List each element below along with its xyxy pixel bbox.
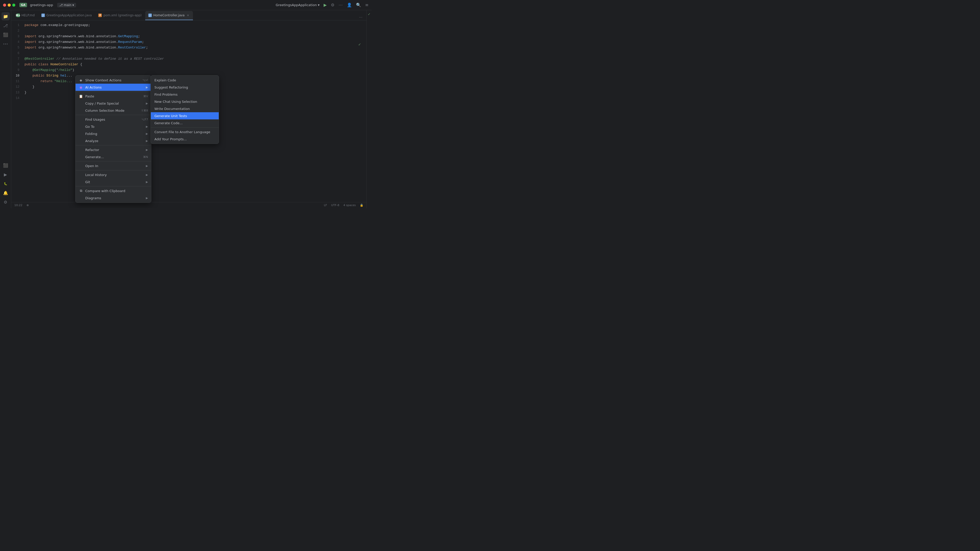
tab-help[interactable]: M+ HELP.md bbox=[13, 11, 38, 20]
code-line-8: public class HomeController { bbox=[22, 62, 366, 67]
menu-item-copy-paste[interactable]: Copy / Paste Special ▶ bbox=[76, 100, 151, 107]
line-num-9: 9 bbox=[11, 67, 19, 73]
find-usages-shortcut: ⌥F7 bbox=[142, 118, 148, 121]
more-icon[interactable]: ⋯ bbox=[339, 3, 343, 7]
branch-badge[interactable]: ⎇ main ▾ bbox=[57, 3, 76, 7]
code-line-4: import org.springframework.web.bind.anno… bbox=[22, 39, 366, 45]
submenu-item-suggest-refactoring[interactable]: Suggest Refactoring bbox=[151, 84, 219, 91]
search-icon[interactable]: 🔍 bbox=[356, 3, 361, 7]
readonly-icon[interactable]: 🔒 bbox=[360, 203, 363, 207]
tab-icon-help: M+ bbox=[16, 14, 20, 17]
submenu-item-write-docs[interactable]: Write Documentation bbox=[151, 105, 219, 112]
close-button[interactable] bbox=[3, 3, 6, 6]
sidebar-item-terminal[interactable]: ⬛ bbox=[2, 161, 10, 169]
chevron-down-icon: ▾ bbox=[73, 3, 74, 7]
settings-icon[interactable]: ⚙ bbox=[331, 3, 334, 7]
menu-item-folding[interactable]: Folding ▶ bbox=[76, 130, 151, 137]
generate-shortcut: ⌘N bbox=[143, 156, 148, 159]
user-icon[interactable]: 👤 bbox=[347, 3, 352, 7]
submenu-item-convert-file[interactable]: Convert File to Another Language bbox=[151, 128, 219, 135]
sidebar-item-folder[interactable]: 📁 bbox=[2, 12, 10, 21]
menu-item-find-usages[interactable]: Find Usages ⌥F7 bbox=[76, 116, 151, 123]
gutter-check: ✓ bbox=[358, 42, 361, 48]
charset[interactable]: UTF-8 bbox=[331, 203, 339, 207]
menu-item-diagrams[interactable]: Diagrams ▶ bbox=[76, 194, 151, 202]
indent[interactable]: 4 spaces bbox=[344, 203, 356, 207]
tab-close-home[interactable]: ✕ bbox=[186, 14, 190, 17]
write-docs-label: Write Documentation bbox=[154, 107, 215, 111]
titlebar-right: GreetingsAppApplication ▾ ▶ ⚙ ⋯ 👤 🔍 ≡ bbox=[275, 3, 369, 7]
menu-item-analyze[interactable]: Analyze ▶ bbox=[76, 137, 151, 144]
submenu-item-add-prompts[interactable]: Add Your Prompts... bbox=[151, 135, 219, 143]
menu-item-generate[interactable]: Generate... ⌘N bbox=[76, 153, 151, 160]
sidebar-item-plugins[interactable]: ⬛ bbox=[2, 30, 10, 39]
tab-home[interactable]: J HomeController.java ✕ bbox=[145, 11, 193, 20]
titlebar-left: GA greetings-app ⎇ main ▾ bbox=[3, 3, 76, 7]
menu-item-go-to[interactable]: Go To ▶ bbox=[76, 123, 151, 130]
encoding-icon[interactable]: ⊕ bbox=[27, 203, 29, 207]
code-line-7: @RestController // Annotation needed to … bbox=[22, 56, 366, 62]
line-ending[interactable]: LF bbox=[324, 203, 327, 207]
menu-item-column-selection[interactable]: Column Selection Mode ⇧⌘8 bbox=[76, 107, 151, 114]
sidebar-item-more[interactable]: ••• bbox=[2, 40, 10, 48]
menu-item-compare-clipboard[interactable]: ⧉ Compare with Clipboard bbox=[76, 187, 151, 194]
menu-item-generate-label: Generate... bbox=[85, 155, 141, 159]
maximize-button[interactable] bbox=[12, 3, 15, 6]
line-num-14: 14 bbox=[11, 95, 19, 101]
branch-icon: ⎇ bbox=[59, 3, 63, 7]
project-badge: GA bbox=[19, 3, 27, 7]
line-num-1: 1 bbox=[11, 22, 19, 28]
add-prompts-label: Add Your Prompts... bbox=[154, 137, 215, 141]
submenu-item-explain-code[interactable]: Explain Code bbox=[151, 76, 219, 84]
new-chat-label: New Chat Using Selection bbox=[154, 100, 215, 103]
copy-paste-icon bbox=[79, 101, 83, 106]
explain-code-label: Explain Code bbox=[154, 78, 215, 82]
tab-more-button[interactable]: ⋯ bbox=[357, 14, 364, 20]
context-menu: ◈ Show Context Actions ⌥⏎ ◉ AI Actions ▶… bbox=[75, 75, 151, 203]
tab-pom[interactable]: P pom.xml (greetings-app) bbox=[95, 11, 145, 20]
code-line-6 bbox=[22, 51, 366, 56]
tab-icon-app: J bbox=[41, 14, 45, 17]
menu-item-git[interactable]: Git ▶ bbox=[76, 178, 151, 186]
cursor-position: 10:22 bbox=[14, 203, 22, 207]
open-in-arrow: ▶ bbox=[146, 164, 148, 168]
sidebar-item-notifications[interactable]: 🔔 bbox=[2, 189, 10, 197]
submenu-item-find-problems[interactable]: Find Problems bbox=[151, 91, 219, 98]
menu-item-show-context[interactable]: ◈ Show Context Actions ⌥⏎ bbox=[76, 76, 151, 84]
sidebar-item-settings[interactable]: ⚙ bbox=[2, 198, 10, 206]
menu-item-diagrams-label: Diagrams bbox=[85, 196, 145, 200]
sidebar-item-git[interactable]: ⎇ bbox=[2, 21, 10, 30]
right-gutter-check: ✓ bbox=[368, 12, 371, 16]
menu-item-copy-paste-label: Copy / Paste Special bbox=[85, 102, 145, 105]
run-button[interactable]: ▶ bbox=[324, 3, 327, 7]
menu-item-open-in[interactable]: Open In ▶ bbox=[76, 162, 151, 169]
tab-app[interactable]: J GreetingsAppApplication.java bbox=[38, 11, 95, 20]
submenu-item-new-chat[interactable]: New Chat Using Selection bbox=[151, 98, 219, 105]
analyze-icon bbox=[79, 138, 83, 143]
project-name[interactable]: greetings-app bbox=[30, 3, 53, 7]
submenu-item-generate-unit-tests[interactable]: Generate Unit Tests bbox=[151, 112, 219, 119]
branch-name: main bbox=[64, 3, 72, 7]
menu-item-refactor[interactable]: Refactor ▶ bbox=[76, 146, 151, 153]
menu-item-local-history[interactable]: Local History ▶ bbox=[76, 171, 151, 178]
generate-unit-tests-label: Generate Unit Tests bbox=[154, 114, 215, 118]
tab-label-pom: pom.xml (greetings-app) bbox=[103, 14, 142, 17]
tab-label-home: HomeController.java bbox=[153, 14, 185, 17]
tab-bar: M+ HELP.md J GreetingsAppApplication.jav… bbox=[11, 10, 366, 21]
sidebar-item-run[interactable]: ▶ bbox=[2, 170, 10, 179]
paste-shortcut: ⌘V bbox=[143, 95, 148, 98]
menu-item-ai-actions[interactable]: ◉ AI Actions ▶ bbox=[76, 84, 151, 91]
generate-code-label: Generate Code... bbox=[154, 121, 215, 125]
paste-icon: 📋 bbox=[79, 94, 83, 98]
menu-icon[interactable]: ≡ bbox=[365, 3, 369, 7]
sidebar-item-debug[interactable]: 🐛 bbox=[2, 179, 10, 188]
menu-item-paste-label: Paste bbox=[85, 94, 141, 98]
app-name-display: GreetingsAppApplication ▾ bbox=[275, 3, 320, 7]
code-line-3: import org.springframework.web.bind.anno… bbox=[22, 34, 366, 39]
git-arrow: ▶ bbox=[146, 180, 148, 184]
code-line-2 bbox=[22, 28, 366, 34]
line-num-4: 4 bbox=[11, 39, 19, 45]
minimize-button[interactable] bbox=[8, 3, 11, 6]
submenu-item-generate-code[interactable]: Generate Code... bbox=[151, 119, 219, 127]
menu-item-paste[interactable]: 📋 Paste ⌘V bbox=[76, 93, 151, 100]
